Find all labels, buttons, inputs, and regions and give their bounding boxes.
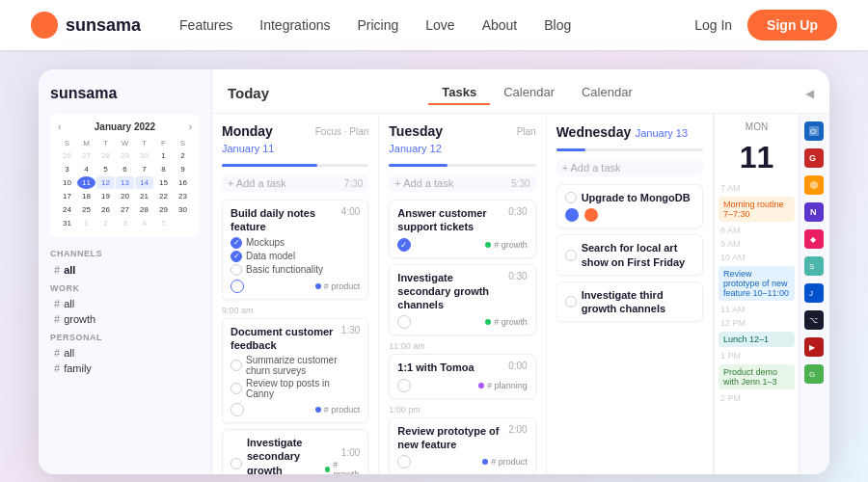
channel-personal-all[interactable]: # all (50, 345, 200, 361)
cal-day[interactable]: 18 (77, 190, 95, 202)
channel-work-all[interactable]: # all (50, 296, 200, 311)
task-time: 0:30 (508, 271, 527, 281)
cal-day[interactable]: 30 (174, 203, 192, 216)
tuesday-task-4[interactable]: Review prototype of new feature 2:00 # p… (389, 417, 535, 474)
tab-calendar-2[interactable]: Calendar (568, 81, 646, 105)
wednesday-task-3[interactable]: Investigate third growth channels (556, 281, 703, 323)
cal-event-morning[interactable]: Morning routine 7–7:30 (719, 197, 795, 222)
app-icon-3[interactable] (804, 175, 824, 195)
app-icon-notion[interactable]: N (804, 202, 824, 222)
monday-date: January 11 (222, 143, 274, 154)
cal-day[interactable]: 4 (135, 217, 153, 229)
channel-hash: # (54, 347, 60, 359)
nav-integrations[interactable]: Integrations (259, 17, 330, 33)
cal-day[interactable]: 14 (135, 176, 153, 189)
tuesday-task-1[interactable]: Answer customer support tickets 0:30 ✓ #… (389, 200, 535, 258)
channel-all[interactable]: # all (50, 262, 200, 278)
monday-progress (222, 164, 368, 167)
cal-day[interactable]: 3 (58, 163, 76, 175)
cal-event-review[interactable]: Review prototype of new feature 10–11:00 (719, 266, 795, 301)
cal-day[interactable]: 25 (77, 203, 95, 216)
cal-day[interactable]: 23 (174, 190, 192, 202)
cal-day[interactable]: 24 (58, 203, 76, 216)
cal-day[interactable]: 29 (154, 203, 173, 216)
cal-day[interactable]: 8 (154, 163, 173, 175)
task-time: 0:00 (508, 361, 527, 371)
calendar-panel: MON 11 7 AM Morning routine 7–7:30 8 AM … (714, 114, 799, 474)
monday-task-1[interactable]: Build daily notes feature 4:00 ✓ Mockups… (222, 200, 368, 300)
collapse-button[interactable]: ◀ (805, 87, 814, 100)
cal-day[interactable]: 31 (58, 217, 76, 229)
tuesday-add-task[interactable]: + Add a task 5:30 (389, 174, 535, 192)
login-button[interactable]: Log In (694, 17, 732, 33)
app-icon-github[interactable]: ⌥ (804, 310, 824, 330)
signup-button[interactable]: Sign Up (747, 10, 837, 40)
logo[interactable]: sunsama (31, 12, 141, 39)
cal-day[interactable]: 7 (135, 163, 153, 175)
tab-tasks[interactable]: Tasks (428, 81, 490, 105)
monday-add-task[interactable]: + Add a task 7:30 (222, 174, 368, 192)
cal-day[interactable]: 9 (174, 163, 192, 175)
app-icon-5[interactable]: ▶ (804, 337, 824, 357)
monday-task-2[interactable]: Document customer feedback 1:30 Summariz… (222, 318, 368, 424)
cal-day[interactable]: 28 (96, 149, 115, 162)
cal-day[interactable]: 28 (135, 203, 153, 216)
cal-day[interactable]: 21 (135, 190, 153, 202)
cal-day[interactable]: 27 (77, 149, 95, 162)
cal-day[interactable]: 30 (135, 149, 153, 162)
cal-day[interactable]: 17 (58, 190, 76, 202)
cal-day-today[interactable]: 11 (77, 176, 95, 189)
cal-day[interactable]: 4 (77, 163, 95, 175)
cal-day[interactable]: 5 (154, 217, 173, 229)
nav-features[interactable]: Features (179, 17, 232, 33)
wednesday-task-1[interactable]: Upgrade to MongoDB (556, 184, 703, 228)
cal-prev-button[interactable]: ‹ (58, 121, 61, 132)
app-icon-outlook[interactable]: O (804, 121, 824, 141)
tuesday-task-2[interactable]: Investigate secondary growth channels 0:… (389, 264, 535, 336)
tuesday-task-3[interactable]: 1:1 with Tomoa 0:00 # planning (389, 354, 535, 398)
nav-about[interactable]: About (482, 17, 518, 33)
right-app-icons: O G N ◆ S (799, 114, 829, 474)
cal-day[interactable]: 2 (96, 217, 115, 229)
cal-day[interactable]: 5 (96, 163, 115, 175)
cal-event-product-demo[interactable]: Product demo with Jenn 1–3 (719, 364, 795, 389)
cal-day[interactable]: 10 (58, 176, 76, 189)
cal-day[interactable]: 22 (154, 190, 173, 202)
channel-family[interactable]: # family (50, 361, 200, 376)
wednesday-task-2[interactable]: Search for local art show on First Frida… (556, 234, 703, 276)
cal-day[interactable]: 12 (96, 176, 115, 189)
cal-day[interactable]: 20 (116, 190, 134, 202)
monday-task-3[interactable]: Investigate secondary growth channels 1:… (222, 429, 368, 474)
cal-day[interactable]: 13 (116, 176, 134, 189)
cal-day[interactable]: 26 (58, 149, 76, 162)
cal-day[interactable]: 1 (77, 217, 95, 229)
tab-calendar-1[interactable]: Calendar (490, 81, 568, 105)
task-title: Investigate third growth channels (582, 288, 694, 316)
cal-day[interactable]: 15 (154, 176, 173, 189)
check-circle (565, 250, 577, 261)
cal-next-button[interactable]: › (189, 121, 192, 132)
app-icon-slack[interactable]: S (804, 256, 824, 276)
cal-day[interactable]: 1 (154, 149, 173, 162)
task-tag-pill: # planning (478, 381, 528, 390)
channel-growth[interactable]: # growth (50, 311, 200, 327)
cal-day[interactable]: 19 (96, 190, 115, 202)
cal-day[interactable]: 6 (116, 163, 134, 175)
cal-day[interactable]: 26 (96, 203, 115, 216)
cal-day[interactable]: 2 (174, 149, 192, 162)
cal-day[interactable]: 16 (174, 176, 192, 189)
nav-love[interactable]: Love (425, 17, 454, 33)
cal-day[interactable]: 27 (116, 203, 134, 216)
cal-day[interactable]: 29 (116, 149, 134, 162)
cal-event-lunch[interactable]: Lunch 12–1 (719, 332, 795, 347)
cal-day[interactable]: 3 (116, 217, 134, 229)
nav-blog[interactable]: Blog (544, 17, 571, 33)
app-icon-jira[interactable]: J (804, 283, 824, 303)
wednesday-add-task[interactable]: + Add a task (556, 159, 703, 176)
app-icon-gmail[interactable]: G (804, 148, 824, 168)
monday-column: Monday Focus · Plan January 11 + Add a t… (212, 114, 379, 474)
app-icon-4[interactable]: ◆ (804, 229, 824, 249)
tag-dot (315, 283, 321, 289)
app-icon-google[interactable]: G (804, 364, 824, 384)
nav-pricing[interactable]: Pricing (357, 17, 398, 33)
